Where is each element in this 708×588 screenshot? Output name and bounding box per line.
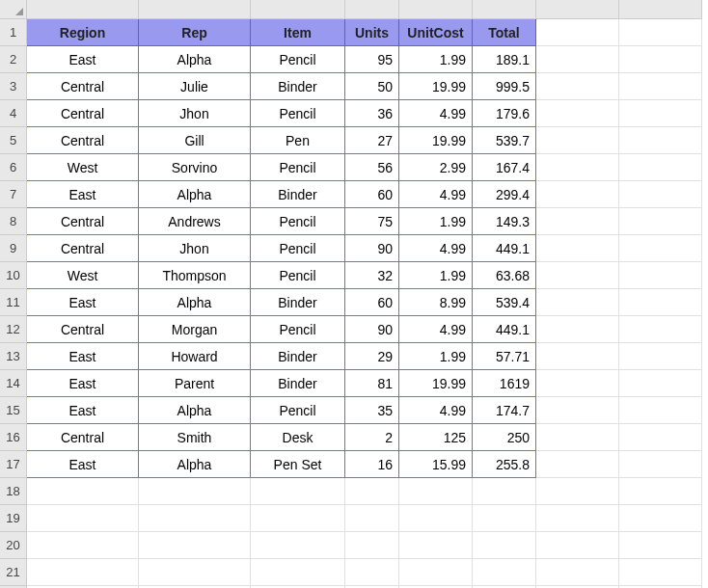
empty-cell[interactable] bbox=[619, 100, 702, 127]
empty-cell[interactable] bbox=[536, 181, 619, 208]
empty-cell[interactable] bbox=[536, 19, 619, 46]
data-cell[interactable]: 250 bbox=[473, 424, 536, 451]
data-cell[interactable]: 255.8 bbox=[473, 451, 536, 478]
column-header[interactable] bbox=[345, 0, 399, 19]
empty-cell[interactable] bbox=[139, 559, 251, 586]
empty-cell[interactable] bbox=[399, 559, 473, 586]
data-cell[interactable]: 63.68 bbox=[473, 262, 536, 289]
row-header[interactable]: 16 bbox=[0, 424, 27, 451]
data-cell[interactable]: Central bbox=[27, 100, 139, 127]
column-header[interactable] bbox=[251, 0, 345, 19]
data-cell[interactable]: Pen bbox=[251, 127, 345, 154]
data-cell[interactable]: 60 bbox=[345, 181, 399, 208]
data-cell[interactable]: 90 bbox=[345, 235, 399, 262]
data-cell[interactable]: Pencil bbox=[251, 208, 345, 235]
empty-cell[interactable] bbox=[536, 370, 619, 397]
empty-cell[interactable] bbox=[345, 478, 399, 505]
data-cell[interactable]: 90 bbox=[345, 316, 399, 343]
row-header[interactable]: 6 bbox=[0, 154, 27, 181]
empty-cell[interactable] bbox=[345, 559, 399, 586]
row-header[interactable]: 1 bbox=[0, 19, 27, 46]
row-header[interactable]: 15 bbox=[0, 397, 27, 424]
empty-cell[interactable] bbox=[399, 532, 473, 559]
data-cell[interactable]: Pencil bbox=[251, 235, 345, 262]
data-cell[interactable]: Smith bbox=[139, 424, 251, 451]
row-header[interactable]: 3 bbox=[0, 73, 27, 100]
row-header[interactable]: 21 bbox=[0, 559, 27, 586]
empty-cell[interactable] bbox=[536, 46, 619, 73]
row-header[interactable]: 19 bbox=[0, 505, 27, 532]
data-cell[interactable]: Pencil bbox=[251, 397, 345, 424]
data-cell[interactable]: 449.1 bbox=[473, 316, 536, 343]
empty-cell[interactable] bbox=[473, 505, 536, 532]
data-cell[interactable]: 1.99 bbox=[399, 262, 473, 289]
data-cell[interactable]: Pencil bbox=[251, 262, 345, 289]
data-cell[interactable]: Binder bbox=[251, 343, 345, 370]
table-header-cell[interactable]: Total bbox=[473, 19, 536, 46]
data-cell[interactable]: 29 bbox=[345, 343, 399, 370]
row-header[interactable]: 18 bbox=[0, 478, 27, 505]
empty-cell[interactable] bbox=[536, 505, 619, 532]
row-header[interactable]: 5 bbox=[0, 127, 27, 154]
empty-cell[interactable] bbox=[139, 505, 251, 532]
table-header-cell[interactable]: UnitCost bbox=[399, 19, 473, 46]
row-header[interactable]: 7 bbox=[0, 181, 27, 208]
row-header[interactable]: 9 bbox=[0, 235, 27, 262]
row-header[interactable]: 13 bbox=[0, 343, 27, 370]
empty-cell[interactable] bbox=[139, 532, 251, 559]
data-cell[interactable]: Central bbox=[27, 235, 139, 262]
data-cell[interactable]: West bbox=[27, 262, 139, 289]
table-header-cell[interactable]: Rep bbox=[139, 19, 251, 46]
spreadsheet-grid[interactable]: 1RegionRepItemUnitsUnitCostTotal2EastAlp… bbox=[0, 0, 708, 588]
data-cell[interactable]: Pencil bbox=[251, 100, 345, 127]
empty-cell[interactable] bbox=[619, 154, 702, 181]
data-cell[interactable]: Pen Set bbox=[251, 451, 345, 478]
empty-cell[interactable] bbox=[536, 397, 619, 424]
column-header[interactable] bbox=[399, 0, 473, 19]
data-cell[interactable]: Andrews bbox=[139, 208, 251, 235]
empty-cell[interactable] bbox=[619, 262, 702, 289]
data-cell[interactable]: Morgan bbox=[139, 316, 251, 343]
data-cell[interactable]: 27 bbox=[345, 127, 399, 154]
column-header[interactable] bbox=[473, 0, 536, 19]
data-cell[interactable]: Binder bbox=[251, 289, 345, 316]
data-cell[interactable]: Desk bbox=[251, 424, 345, 451]
data-cell[interactable]: 35 bbox=[345, 397, 399, 424]
table-header-cell[interactable]: Item bbox=[251, 19, 345, 46]
data-cell[interactable]: Central bbox=[27, 73, 139, 100]
empty-cell[interactable] bbox=[619, 73, 702, 100]
row-header[interactable]: 8 bbox=[0, 208, 27, 235]
data-cell[interactable]: East bbox=[27, 343, 139, 370]
data-cell[interactable]: 1.99 bbox=[399, 46, 473, 73]
row-header[interactable]: 2 bbox=[0, 46, 27, 73]
row-header[interactable]: 17 bbox=[0, 451, 27, 478]
data-cell[interactable]: Central bbox=[27, 424, 139, 451]
row-header[interactable]: 12 bbox=[0, 316, 27, 343]
empty-cell[interactable] bbox=[536, 424, 619, 451]
empty-cell[interactable] bbox=[619, 181, 702, 208]
empty-cell[interactable] bbox=[619, 46, 702, 73]
data-cell[interactable]: Alpha bbox=[139, 46, 251, 73]
data-cell[interactable]: 539.4 bbox=[473, 289, 536, 316]
empty-cell[interactable] bbox=[619, 343, 702, 370]
data-cell[interactable]: Julie bbox=[139, 73, 251, 100]
empty-cell[interactable] bbox=[399, 478, 473, 505]
data-cell[interactable]: East bbox=[27, 397, 139, 424]
data-cell[interactable]: Alpha bbox=[139, 181, 251, 208]
column-header[interactable] bbox=[139, 0, 251, 19]
empty-cell[interactable] bbox=[27, 505, 139, 532]
data-cell[interactable]: 4.99 bbox=[399, 235, 473, 262]
data-cell[interactable]: Pencil bbox=[251, 154, 345, 181]
data-cell[interactable]: 81 bbox=[345, 370, 399, 397]
data-cell[interactable]: 2.99 bbox=[399, 154, 473, 181]
data-cell[interactable]: 174.7 bbox=[473, 397, 536, 424]
row-header[interactable]: 11 bbox=[0, 289, 27, 316]
empty-cell[interactable] bbox=[536, 235, 619, 262]
empty-cell[interactable] bbox=[619, 208, 702, 235]
data-cell[interactable]: 19.99 bbox=[399, 127, 473, 154]
data-cell[interactable]: East bbox=[27, 289, 139, 316]
row-header[interactable]: 10 bbox=[0, 262, 27, 289]
data-cell[interactable]: Central bbox=[27, 316, 139, 343]
data-cell[interactable]: 60 bbox=[345, 289, 399, 316]
row-header[interactable]: 20 bbox=[0, 532, 27, 559]
